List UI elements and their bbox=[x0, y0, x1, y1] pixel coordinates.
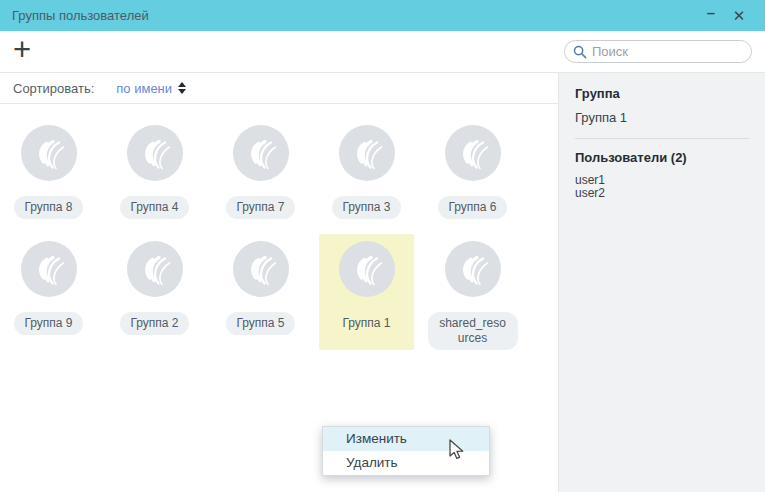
search-icon bbox=[573, 45, 587, 59]
group-tile[interactable]: Группа 8 bbox=[1, 118, 96, 234]
sort-label: Сортировать: bbox=[13, 81, 94, 96]
group-tile[interactable]: Группа 7 bbox=[213, 118, 308, 234]
sort-current-value: по имени bbox=[116, 81, 172, 96]
group-tile[interactable]: Группа 1 bbox=[319, 234, 414, 350]
group-tile[interactable]: Группа 4 bbox=[107, 118, 202, 234]
group-name-value: Группа 1 bbox=[575, 110, 749, 125]
group-avatar bbox=[445, 241, 501, 297]
group-label: Группа 5 bbox=[226, 312, 294, 335]
toolbar: + bbox=[0, 31, 765, 72]
group-tile[interactable]: Группа 6 bbox=[425, 118, 520, 234]
minimize-button[interactable]: – bbox=[697, 0, 725, 31]
group-tile[interactable]: shared_resources bbox=[425, 234, 520, 350]
group-swirl-icon bbox=[233, 125, 289, 181]
group-label: Группа 7 bbox=[226, 196, 294, 219]
add-group-button[interactable]: + bbox=[13, 40, 33, 64]
group-avatar bbox=[127, 125, 183, 181]
group-label: Группа 1 bbox=[332, 312, 400, 335]
group-tile[interactable]: Группа 9 bbox=[1, 234, 96, 350]
users-section-header: Пользователи (2) bbox=[575, 150, 749, 165]
app-window: Группы пользователей – ✕ + Сортировать: … bbox=[0, 0, 765, 492]
user-item: user2 bbox=[575, 187, 749, 200]
group-tile[interactable]: Группа 3 bbox=[319, 118, 414, 234]
group-avatar bbox=[445, 125, 501, 181]
group-label: Группа 3 bbox=[332, 196, 400, 219]
group-swirl-icon bbox=[21, 241, 77, 297]
group-avatar bbox=[339, 125, 395, 181]
group-swirl-icon bbox=[127, 125, 183, 181]
group-swirl-icon bbox=[127, 241, 183, 297]
group-avatar bbox=[21, 125, 77, 181]
group-label: Группа 9 bbox=[14, 312, 82, 335]
groups-panel: Сортировать: по имени Группа 8Группа 4Гр… bbox=[0, 73, 558, 492]
sort-arrows-icon bbox=[178, 82, 186, 94]
group-swirl-icon bbox=[233, 241, 289, 297]
users-list: user1user2 bbox=[575, 174, 749, 200]
context-menu: ИзменитьУдалить bbox=[322, 426, 490, 476]
close-button[interactable]: ✕ bbox=[725, 0, 753, 31]
group-swirl-icon bbox=[445, 125, 501, 181]
group-avatar bbox=[339, 241, 395, 297]
group-tile[interactable]: Группа 5 bbox=[213, 234, 308, 350]
group-label: Группа 8 bbox=[14, 196, 82, 219]
group-swirl-icon bbox=[339, 241, 395, 297]
group-avatar bbox=[21, 241, 77, 297]
sort-dropdown[interactable]: по имени bbox=[116, 81, 186, 96]
titlebar: Группы пользователей – ✕ bbox=[0, 0, 765, 31]
search-input[interactable] bbox=[592, 44, 743, 59]
group-swirl-icon bbox=[21, 125, 77, 181]
group-swirl-icon bbox=[445, 241, 501, 297]
group-avatar bbox=[233, 241, 289, 297]
window-title: Группы пользователей bbox=[12, 8, 149, 23]
context-menu-item[interactable]: Удалить bbox=[323, 451, 489, 475]
group-label: Группа 4 bbox=[120, 196, 188, 219]
group-label: Группа 6 bbox=[438, 196, 506, 219]
content-area: Сортировать: по имени Группа 8Группа 4Гр… bbox=[0, 72, 765, 492]
group-avatar bbox=[233, 125, 289, 181]
group-swirl-icon bbox=[339, 125, 395, 181]
groups-grid: Группа 8Группа 4Группа 7Группа 3Группа 6… bbox=[0, 104, 558, 350]
details-sidebar: Группа Группа 1 Пользователи (2) user1us… bbox=[558, 73, 765, 492]
group-label: shared_resources bbox=[428, 312, 518, 350]
group-avatar bbox=[127, 241, 183, 297]
search-box[interactable] bbox=[564, 40, 752, 63]
group-label: Группа 2 bbox=[120, 312, 188, 335]
group-tile[interactable]: Группа 2 bbox=[107, 234, 202, 350]
sidebar-divider bbox=[575, 138, 749, 139]
group-section-header: Группа bbox=[575, 86, 749, 101]
context-menu-item[interactable]: Изменить bbox=[323, 427, 489, 451]
sort-bar: Сортировать: по имени bbox=[0, 73, 558, 104]
